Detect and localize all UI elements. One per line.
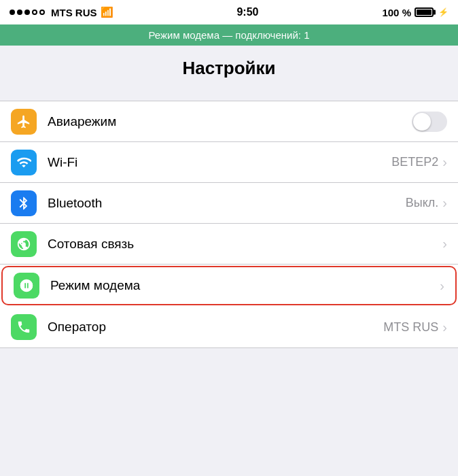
battery-percent-label: 100 % <box>382 7 411 18</box>
page-title-bar: Настройки <box>0 46 458 88</box>
hotspot-icon <box>14 273 39 299</box>
cellular-icon <box>11 231 37 257</box>
battery-fill <box>417 10 431 15</box>
status-bar: MTS RUS 📶 9:50 100 % ⚡ <box>0 0 458 24</box>
hotspot-label: Режим модема <box>50 278 440 293</box>
battery-bar <box>415 7 434 17</box>
operator-label: Оператор <box>48 320 383 335</box>
settings-row-operator[interactable]: ОператорMTS RUS› <box>0 307 458 347</box>
carrier-label: MTS RUS <box>51 7 97 18</box>
status-time: 9:50 <box>236 6 258 18</box>
dot-5 <box>39 10 45 15</box>
page-title: Настройки <box>0 58 458 79</box>
bluetooth-value: Выкл. <box>406 196 439 210</box>
wifi-label: Wi-Fi <box>48 155 391 170</box>
settings-list: АвиарежимWi-FiВЕТЕР2›BluetoothВыкл.›Сото… <box>0 101 458 348</box>
settings-row-wifi[interactable]: Wi-FiВЕТЕР2› <box>0 142 458 183</box>
dot-1 <box>10 10 15 15</box>
bluetooth-chevron: › <box>442 195 447 211</box>
operator-icon <box>11 314 37 340</box>
section-gap <box>0 88 458 101</box>
cellular-label: Сотовая связь <box>48 237 442 252</box>
status-left: MTS RUS 📶 <box>10 6 113 18</box>
wifi-status-icon: 📶 <box>101 6 113 18</box>
lightning-icon: ⚡ <box>438 7 448 17</box>
dot-3 <box>24 10 30 15</box>
signal-dots <box>10 10 45 15</box>
airplane-icon <box>11 109 37 135</box>
bluetooth-icon <box>11 190 37 216</box>
airplane-toggle[interactable] <box>412 112 447 132</box>
dot-2 <box>17 10 22 15</box>
hotspot-chevron: › <box>440 278 444 294</box>
wifi-value: ВЕТЕР2 <box>391 155 438 169</box>
dot-4 <box>32 10 37 15</box>
settings-row-airplane[interactable]: Авиарежим <box>0 101 458 142</box>
cellular-chevron: › <box>442 236 447 252</box>
bluetooth-label: Bluetooth <box>48 196 406 211</box>
settings-row-cellular[interactable]: Сотовая связь› <box>0 224 458 265</box>
hotspot-banner: Режим модема — подключений: 1 <box>0 24 458 46</box>
operator-value: MTS RUS <box>383 320 438 335</box>
airplane-toggle-knob <box>413 113 431 131</box>
wifi-icon <box>11 150 37 175</box>
wifi-chevron: › <box>442 154 447 170</box>
status-right: 100 % ⚡ <box>382 7 448 18</box>
airplane-label: Авиарежим <box>48 114 412 129</box>
settings-row-hotspot[interactable]: Режим модема› <box>1 266 457 305</box>
operator-chevron: › <box>442 320 447 335</box>
settings-row-bluetooth[interactable]: BluetoothВыкл.› <box>0 183 458 224</box>
